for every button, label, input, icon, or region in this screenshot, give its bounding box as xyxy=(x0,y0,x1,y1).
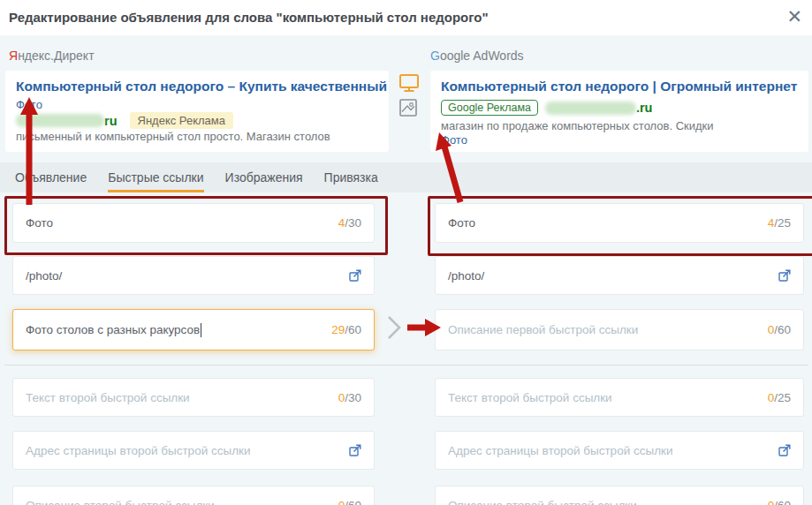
modal-header: Редактирование объявления для слова "ком… xyxy=(0,0,812,35)
sitelink1-text-input-yandex[interactable]: Фото 4/30 xyxy=(12,203,375,243)
sitelink2-text-input-yandex[interactable]: Текст второй быстрой ссылки 0/30 xyxy=(12,378,375,417)
blurred-domain xyxy=(16,114,104,127)
tab-binding[interactable]: Привязка xyxy=(324,162,378,192)
external-link-icon[interactable] xyxy=(349,444,361,456)
close-icon[interactable]: ✕ xyxy=(786,5,802,28)
domain-suffix: .ru xyxy=(636,101,653,115)
google-ad-preview: Компьютерный стол недорого | Огромный ин… xyxy=(430,71,808,152)
sitelink1-url-input-yandex[interactable]: /photo/ xyxy=(12,256,375,295)
modal-title: Редактирование объявления для слова "ком… xyxy=(9,10,489,25)
domain-suffix: ru xyxy=(104,114,118,128)
sitelink2-description-input-yandex[interactable]: Описание второй быстрой ссылки 0/60 xyxy=(12,486,375,505)
sitelink1-text-input-google[interactable]: Фото 4/25 xyxy=(435,203,804,243)
tab-ad[interactable]: Объявление xyxy=(15,162,87,192)
google-ad-badge: Google Реклама xyxy=(441,100,538,116)
sitelink2-description-input-google[interactable]: Описание второй быстрой ссылки 0/60 xyxy=(435,486,804,505)
external-link-icon[interactable] xyxy=(349,269,361,282)
google-ad-title[interactable]: Компьютерный стол недорого | Огромный ин… xyxy=(441,79,797,94)
char-counter: 0/60 xyxy=(338,499,361,505)
yandex-ad-description: письменный и компьютерный стол просто. М… xyxy=(16,130,330,143)
yandex-photo-sitelink[interactable]: Фото xyxy=(16,98,42,111)
blurred-domain xyxy=(545,102,636,115)
char-counter: 0/25 xyxy=(768,391,791,404)
char-counter: 4/25 xyxy=(768,216,791,230)
yandex-direct-label: Яндекс.Директ xyxy=(9,49,95,63)
edit-ad-modal: Редактирование объявления для слова "ком… xyxy=(0,0,812,505)
yandex-ad-title[interactable]: Компьютерный стол недорого – Купить каче… xyxy=(16,79,387,94)
char-counter: 0/60 xyxy=(768,323,791,336)
desktop-monitor-icon[interactable] xyxy=(399,74,419,96)
char-counter: 0/30 xyxy=(338,391,361,404)
section-divider xyxy=(4,365,808,366)
char-counter: 0/60 xyxy=(768,499,791,505)
sitelink1-description-input-yandex[interactable]: Фото столов с разных ракурсов 29/60 xyxy=(12,309,375,350)
tab-images[interactable]: Изображения xyxy=(225,162,303,192)
tab-bar: Объявление Быстрые ссылки Изображения Пр… xyxy=(0,162,812,192)
google-ad-description: магазин по продаже компьютерных столов. … xyxy=(441,119,714,132)
image-icon[interactable] xyxy=(399,99,417,120)
google-adwords-label: Google AdWords xyxy=(430,49,524,63)
sitelink2-text-input-google[interactable]: Текст второй быстрой ссылки 0/25 xyxy=(435,378,804,417)
tab-sitelinks[interactable]: Быстрые ссылки xyxy=(108,162,203,192)
sitelink1-description-input-google[interactable]: Описание первой быстрой ссылки 0/60 xyxy=(435,309,804,350)
sitelink2-url-input-google[interactable]: Адрес страницы второй быстрой ссылки xyxy=(435,431,804,470)
yandex-ad-preview: Компьютерный стол недорого – Купить каче… xyxy=(5,71,389,152)
char-counter: 4/30 xyxy=(338,216,361,230)
char-counter: 29/60 xyxy=(331,323,361,336)
sitelink1-url-input-google[interactable]: /photo/ xyxy=(435,256,804,295)
text-cursor xyxy=(201,323,201,337)
yandex-ad-badge: Яндекс Реклама xyxy=(130,112,233,129)
external-link-icon[interactable] xyxy=(778,269,791,282)
chevron-right-icon xyxy=(389,317,399,338)
external-link-icon[interactable] xyxy=(778,444,791,456)
sitelink2-url-input-yandex[interactable]: Адрес страницы второй быстрой ссылки xyxy=(12,431,375,470)
google-photo-sitelink[interactable]: Фото xyxy=(441,133,467,147)
